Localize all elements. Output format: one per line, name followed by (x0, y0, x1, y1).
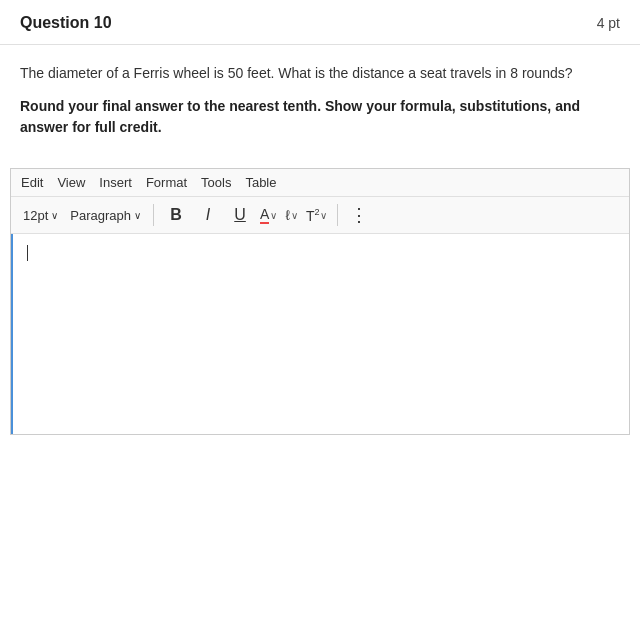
font-color-arrow: ∨ (270, 210, 277, 221)
more-options-button[interactable]: ⋮ (346, 202, 372, 228)
menu-edit[interactable]: Edit (21, 175, 43, 190)
superscript-icon: T2 (306, 207, 320, 224)
editor-container: Edit View Insert Format Tools Table 12pt… (10, 168, 630, 435)
menu-view[interactable]: View (57, 175, 85, 190)
editor-menubar: Edit View Insert Format Tools Table (11, 169, 629, 197)
editor-toolbar: 12pt ∨ Paragraph ∨ B I U A ∨ ℓ (11, 197, 629, 234)
font-size-select[interactable]: 12pt ∨ (19, 206, 62, 225)
highlight-icon: ℓ (285, 207, 290, 223)
italic-button[interactable]: I (194, 202, 222, 228)
highlight-button[interactable]: ℓ ∨ (283, 205, 300, 225)
menu-tools[interactable]: Tools (201, 175, 231, 190)
page-container: Question 10 4 pt The diameter of a Ferri… (0, 0, 640, 640)
menu-format[interactable]: Format (146, 175, 187, 190)
highlight-arrow: ∨ (291, 210, 298, 221)
editor-content-area[interactable] (11, 234, 629, 434)
paragraph-select[interactable]: Paragraph ∨ (66, 206, 145, 225)
question-text: The diameter of a Ferris wheel is 50 fee… (20, 63, 620, 84)
question-header: Question 10 4 pt (0, 0, 640, 45)
paragraph-value: Paragraph (70, 208, 131, 223)
superscript-button[interactable]: T2 ∨ (304, 205, 330, 226)
superscript-arrow: ∨ (320, 210, 327, 221)
question-instruction: Round your final answer to the nearest t… (20, 96, 620, 138)
font-size-value: 12pt (23, 208, 48, 223)
bold-button[interactable]: B (162, 202, 190, 228)
question-points: 4 pt (597, 15, 620, 31)
font-color-icon: A (260, 206, 269, 224)
font-color-button[interactable]: A ∨ (258, 204, 279, 226)
toolbar-divider-1 (153, 204, 154, 226)
question-body: The diameter of a Ferris wheel is 50 fee… (0, 45, 640, 168)
font-size-chevron: ∨ (51, 210, 58, 221)
menu-table[interactable]: Table (245, 175, 276, 190)
question-title: Question 10 (20, 14, 112, 32)
menu-insert[interactable]: Insert (99, 175, 132, 190)
editor-cursor (27, 245, 28, 261)
paragraph-chevron: ∨ (134, 210, 141, 221)
underline-button[interactable]: U (226, 202, 254, 228)
toolbar-divider-2 (337, 204, 338, 226)
